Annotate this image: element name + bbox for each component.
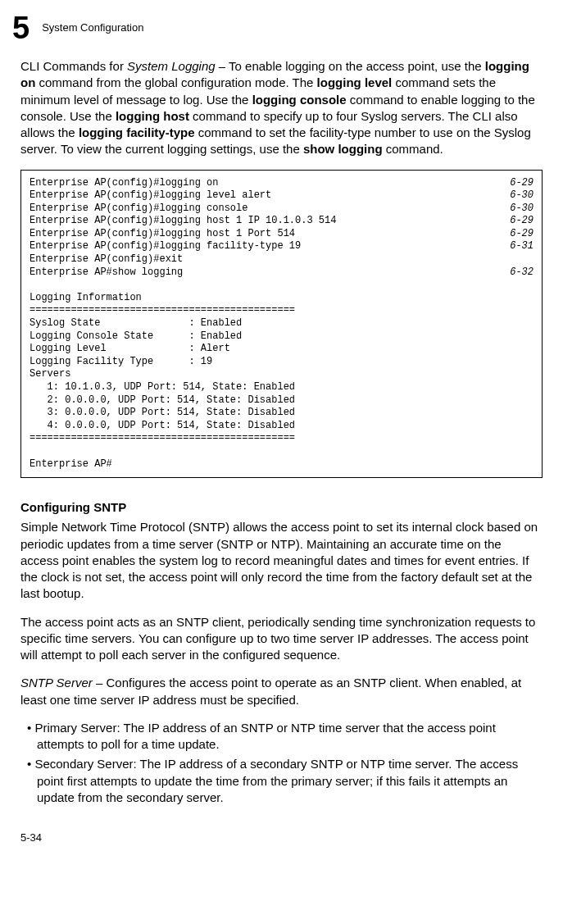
page-container: 5 System Configuration CLI Commands for … — [0, 0, 563, 870]
page-header: 5 System Configuration — [20, 12, 543, 43]
cli-line: Enterprise AP(config)#logging on6-29 — [30, 177, 533, 190]
cli-line: Enterprise AP(config)#exit — [30, 253, 533, 266]
cli-cmd: Enterprise AP(config)#logging on — [30, 177, 218, 190]
cli-cmd: Enterprise AP(config)#logging host 1 Por… — [30, 228, 295, 241]
text: command. — [383, 142, 443, 156]
cli-ref — [525, 253, 533, 266]
chapter-title: System Configuration — [42, 20, 143, 35]
cli-output-box: Enterprise AP(config)#logging on6-29Ente… — [20, 170, 543, 479]
paragraph-sntp-server: SNTP Server – Configures the access poin… — [20, 675, 543, 708]
cli-ref: 6-29 — [502, 177, 533, 190]
cmd-logging-level: logging level — [317, 75, 393, 89]
cli-cmd: Enterprise AP(config)#logging facility-t… — [30, 240, 301, 253]
cmd-logging-console: logging console — [252, 93, 347, 107]
paragraph-cli-intro: CLI Commands for System Logging – To ena… — [20, 58, 543, 158]
text: – Configures the access point to operate… — [20, 676, 521, 706]
cli-line: Enterprise AP(config)#logging level aler… — [30, 189, 533, 203]
text: CLI Commands for — [20, 59, 127, 73]
cmd-logging-facility-type: logging facility-type — [79, 125, 195, 139]
cli-line: Enterprise AP(config)#logging facility-t… — [30, 240, 533, 253]
cli-ref: 6-30 — [502, 189, 533, 203]
cli-line: Enterprise AP#show logging6-32 — [30, 266, 533, 280]
cli-ref: 6-29 — [502, 215, 533, 228]
cli-cmd: Enterprise AP(config)#logging host 1 IP … — [30, 215, 336, 228]
text-italic: System Logging — [127, 59, 216, 73]
bullet-secondary-server: • Secondary Server: The IP address of a … — [20, 756, 543, 806]
cli-ref: 6-30 — [502, 203, 533, 216]
cmd-logging-host: logging host — [116, 109, 189, 123]
cli-line: Enterprise AP(config)#logging console6-3… — [30, 203, 533, 216]
bullet-primary-server: • Primary Server: The IP address of an S… — [20, 720, 543, 753]
text: command from the global configuration mo… — [35, 75, 316, 89]
paragraph-sntp-desc: Simple Network Time Protocol (SNTP) allo… — [20, 519, 543, 602]
cli-cmd: Enterprise AP(config)#exit — [30, 253, 183, 266]
cli-ref: 6-32 — [502, 266, 533, 280]
cli-line: Enterprise AP(config)#logging host 1 IP … — [30, 215, 533, 228]
page-number: 5-34 — [20, 831, 543, 845]
cli-cmd: Enterprise AP#show logging — [30, 266, 183, 280]
section-heading-sntp: Configuring SNTP — [20, 499, 543, 516]
paragraph-sntp-client: The access point acts as an SNTP client,… — [20, 614, 543, 664]
text-italic: SNTP Server — [20, 676, 93, 690]
cli-ref: 6-31 — [502, 240, 533, 253]
cmd-show-logging: show logging — [303, 142, 383, 156]
chapter-number: 5 — [12, 12, 30, 43]
cli-cmd: Enterprise AP(config)#logging level aler… — [30, 189, 271, 203]
cli-cmd: Enterprise AP(config)#logging console — [30, 203, 247, 216]
text: – To enable logging on the access point,… — [216, 59, 485, 73]
cli-line: Enterprise AP(config)#logging host 1 Por… — [30, 228, 533, 241]
cli-body: Logging Information ====================… — [30, 292, 295, 470]
cli-ref: 6-29 — [502, 228, 533, 241]
